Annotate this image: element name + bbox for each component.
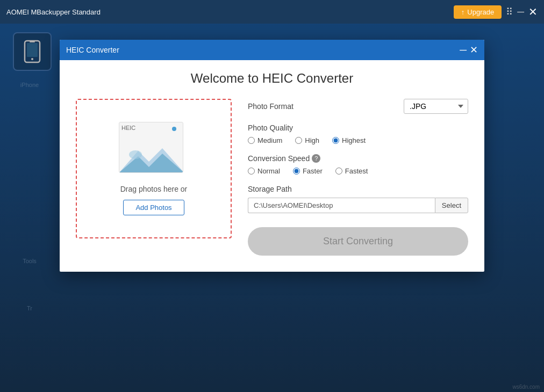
heic-file-label: HEIC (121, 125, 135, 131)
dialog-close-button[interactable]: ✕ (470, 45, 478, 55)
speed-faster-label: Faster (303, 167, 323, 175)
quality-highest-radio[interactable] (332, 137, 339, 144)
title-bar-controls: ↑ Upgrade ⠿ ─ ✕ (454, 5, 538, 19)
dialog-titlebar: HEIC Converter ─ ✕ (60, 40, 484, 60)
add-photos-button[interactable]: Add Photos (123, 200, 184, 215)
speed-normal-item[interactable]: Normal (248, 167, 280, 175)
speed-faster-item[interactable]: Faster (293, 167, 323, 175)
quality-high-label: High (305, 136, 319, 144)
app-name: AOMEI MBackupper Standard (6, 8, 101, 16)
photo-quality-row: Photo Quality Medium High (248, 124, 468, 144)
speed-fastest-radio[interactable] (335, 168, 342, 175)
speed-normal-radio[interactable] (248, 168, 255, 175)
heic-dot (172, 127, 176, 131)
svg-point-6 (129, 150, 142, 159)
speed-group: Normal Faster Fastest (248, 167, 468, 175)
upgrade-button[interactable]: ↑ Upgrade (454, 5, 502, 19)
photo-format-select[interactable]: .JPG .PNG .BMP (404, 99, 468, 114)
speed-faster-radio[interactable] (293, 168, 300, 175)
speed-normal-label: Normal (257, 167, 280, 175)
path-input-row: Select (248, 198, 468, 213)
path-select-button[interactable]: Select (435, 198, 468, 213)
heic-mountain-illustration (119, 143, 183, 172)
photo-quality-label: Photo Quality (248, 124, 468, 132)
app-title-bar: AOMEI MBackupper Standard (6, 8, 101, 16)
quality-high-item[interactable]: High (295, 136, 319, 144)
storage-path-row: Storage Path Select (248, 185, 468, 213)
heic-preview: HEIC (119, 122, 189, 178)
drop-zone[interactable]: HEIC Drag photos here or Add Photos (76, 99, 232, 238)
quality-medium-radio[interactable] (248, 137, 255, 144)
start-converting-button[interactable]: Start Converting (248, 227, 468, 256)
conversion-speed-label: Conversion Speed (248, 154, 310, 163)
quality-high-radio[interactable] (295, 137, 302, 144)
minimize-icon[interactable]: ─ (517, 6, 524, 18)
help-icon[interactable]: ? (312, 154, 320, 163)
dialog-title: HEIC Converter (66, 46, 119, 54)
speed-fastest-label: Fastest (345, 167, 368, 175)
speed-fastest-item[interactable]: Fastest (335, 167, 368, 175)
storage-path-input[interactable] (248, 198, 435, 213)
conversion-speed-row: Conversion Speed ? Normal Faster (248, 154, 468, 175)
dialog-controls: ─ ✕ (460, 45, 478, 55)
quality-highest-label: Highest (342, 136, 366, 144)
dialog-body: Welcome to HEIC Converter HEIC (60, 60, 484, 272)
quality-highest-item[interactable]: Highest (332, 136, 366, 144)
dialog-content: HEIC Drag photos here or Add Photos (76, 99, 468, 256)
photo-format-label: Photo Format (248, 102, 294, 111)
photo-format-row: Photo Format .JPG .PNG .BMP (248, 99, 468, 114)
heic-converter-dialog: HEIC Converter ─ ✕ Welcome to HEIC Conve… (60, 40, 484, 272)
upgrade-arrow: ↑ (461, 8, 465, 16)
quality-medium-item[interactable]: Medium (248, 136, 282, 144)
app-body: Welcome to AOMEI MBackupper Always keep … (0, 24, 544, 392)
upgrade-label: Upgrade (467, 8, 494, 16)
title-bar: AOMEI MBackupper Standard ↑ Upgrade ⠿ ─ … (0, 0, 544, 24)
close-icon[interactable]: ✕ (528, 5, 538, 18)
dialog-heading: Welcome to HEIC Converter (76, 71, 468, 86)
menu-icon[interactable]: ⠿ (506, 6, 513, 18)
dialog-minimize-button[interactable]: ─ (460, 45, 467, 55)
photo-format-section: Photo Format .JPG .PNG .BMP (248, 99, 468, 114)
quality-medium-label: Medium (257, 136, 282, 144)
drop-text: Drag photos here or (120, 185, 188, 193)
photo-quality-group: Medium High Highest (248, 136, 468, 144)
heic-card: HEIC (119, 122, 183, 173)
right-panel: Photo Format .JPG .PNG .BMP Photo Qualit… (248, 99, 468, 256)
storage-path-label: Storage Path (248, 185, 468, 193)
